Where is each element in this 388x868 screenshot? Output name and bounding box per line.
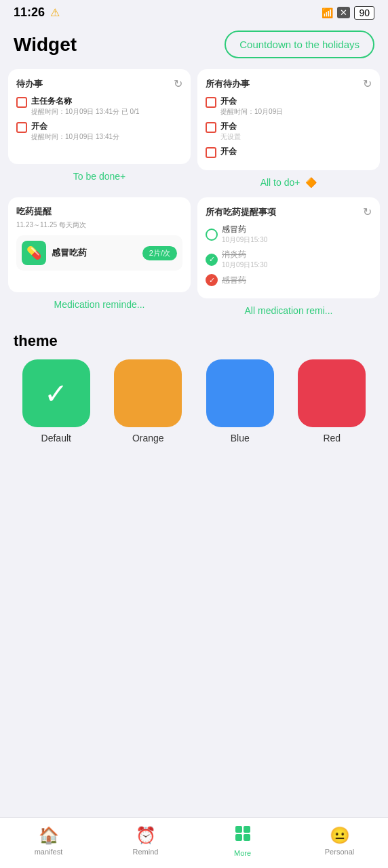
bottom-nav: 🏠 manifest ⏰ Remind More 😐 Personal bbox=[0, 817, 388, 868]
all-med-card-header: 所有吃药提醒事项 ↻ bbox=[206, 205, 372, 218]
todo-name-2: 开会 bbox=[31, 121, 182, 132]
todo-checkbox-2[interactable] bbox=[16, 122, 27, 133]
all-todo-card: 所有待办事 ↻ 开会 提醒时间：10月09日 开会 无设置 bbox=[197, 69, 380, 170]
all-todo-content-1: 开会 提醒时间：10月09日 bbox=[220, 96, 372, 117]
all-med-content-1: 感冒药 10月09日15:30 bbox=[222, 224, 372, 245]
all-todo-name-3: 开会 bbox=[220, 146, 372, 157]
todo-name-1: 主任务名称 bbox=[31, 96, 182, 107]
svg-rect-0 bbox=[235, 826, 242, 833]
all-med-item-3: ✓ 感冒药 bbox=[206, 274, 372, 286]
all-med-item-1: 感冒药 10月09日15:30 bbox=[206, 224, 372, 245]
nav-label-more: More bbox=[234, 849, 251, 857]
med-dose: 2片/次 bbox=[142, 246, 177, 260]
med-icon: 💊 bbox=[22, 241, 46, 265]
all-todo-content-3: 开会 bbox=[220, 146, 372, 157]
all-med-name-3: 感冒药 bbox=[222, 275, 372, 286]
theme-item-blue[interactable]: Blue bbox=[197, 359, 283, 443]
todo-content-2: 开会 提醒时间：10月09日 13:41分 bbox=[31, 121, 182, 142]
nav-item-remind[interactable]: ⏰ Remind bbox=[97, 826, 194, 856]
todo-refresh-icon[interactable]: ↻ bbox=[174, 77, 182, 90]
countdown-button[interactable]: Countdown to the holidays bbox=[225, 31, 374, 58]
svg-rect-3 bbox=[244, 834, 250, 841]
nav-label-manifest: manifest bbox=[35, 848, 63, 856]
check-diamond-icon: 🔶 bbox=[305, 177, 317, 188]
todo-card-header: 待办事 ↻ bbox=[16, 77, 182, 90]
todo-time-2: 提醒时间：10月09日 13:41分 bbox=[31, 132, 182, 142]
more-icon bbox=[234, 825, 252, 846]
theme-swatch-blue bbox=[206, 359, 274, 427]
personal-icon: 😐 bbox=[330, 826, 350, 845]
med-card-title: 吃药提醒 bbox=[16, 205, 182, 218]
theme-label-blue: Blue bbox=[231, 433, 250, 443]
svg-rect-1 bbox=[244, 826, 250, 833]
all-todo-label[interactable]: All to do+ 🔶 bbox=[197, 170, 380, 191]
all-med-name-2: 消炎药 bbox=[222, 249, 372, 260]
todo-content-1: 主任务名称 提醒时间：10月09日 13:41分 已 0/1 bbox=[31, 96, 182, 117]
all-todo-card-header: 所有待办事 ↻ bbox=[206, 77, 372, 90]
theme-check-icon: ✓ bbox=[44, 377, 68, 410]
med-circle-2[interactable]: ✓ bbox=[206, 254, 218, 266]
page-header: Widget Countdown to the holidays bbox=[0, 22, 388, 69]
all-todo-checkbox-2[interactable] bbox=[206, 122, 216, 133]
all-med-card-title: 所有吃药提醒事项 bbox=[206, 206, 276, 218]
todo-label[interactable]: To be done+ bbox=[8, 164, 191, 184]
theme-item-red[interactable]: Red bbox=[290, 359, 375, 443]
all-med-content-2: 消炎药 10月09日15:30 bbox=[222, 249, 372, 270]
page-title: Widget bbox=[14, 34, 77, 56]
all-med-content-3: 感冒药 bbox=[222, 275, 372, 286]
theme-swatch-default: ✓ bbox=[22, 359, 90, 427]
all-med-refresh-icon[interactable]: ↻ bbox=[363, 205, 372, 218]
home-icon: 🏠 bbox=[39, 826, 59, 845]
all-todo-item-1: 开会 提醒时间：10月09日 bbox=[206, 96, 372, 117]
all-med-item-2: ✓ 消炎药 10月09日15:30 bbox=[206, 249, 372, 270]
wifi-icon: 📶 bbox=[322, 7, 333, 18]
svg-rect-2 bbox=[235, 834, 242, 841]
all-todo-item-2: 开会 无设置 bbox=[206, 121, 372, 142]
med-card: 吃药提醒 11.23～11.25 每天两次 💊 感冒吃药 2片/次 bbox=[8, 197, 191, 292]
all-todo-card-title: 所有待办事 bbox=[206, 78, 250, 90]
todo-card-title: 待办事 bbox=[16, 78, 43, 90]
remind-icon: ⏰ bbox=[136, 826, 156, 845]
all-med-card: 所有吃药提醒事项 ↻ 感冒药 10月09日15:30 ✓ 消炎药 1 bbox=[197, 197, 380, 298]
med-schedule: 11.23～11.25 每天两次 bbox=[16, 220, 182, 230]
nav-item-more[interactable]: More bbox=[194, 825, 291, 857]
warning-icon: ⚠ bbox=[50, 6, 60, 19]
all-todo-time-1: 提醒时间：10月09日 bbox=[220, 107, 372, 117]
med-item: 💊 感冒吃药 2片/次 bbox=[16, 235, 182, 271]
theme-grid: ✓ Default Orange Blue Red bbox=[0, 359, 388, 443]
all-todo-checkbox-3[interactable] bbox=[206, 147, 216, 158]
theme-label-default: Default bbox=[41, 433, 71, 443]
all-med-widget-container: 所有吃药提醒事项 ↻ 感冒药 10月09日15:30 ✓ 消炎药 1 bbox=[197, 197, 380, 319]
theme-swatch-orange bbox=[114, 359, 182, 427]
todo-item-2: 开会 提醒时间：10月09日 13:41分 bbox=[16, 121, 182, 142]
med-circle-1[interactable] bbox=[206, 229, 218, 241]
theme-label-orange: Orange bbox=[132, 433, 164, 443]
med-name: 感冒吃药 bbox=[52, 247, 137, 259]
all-todo-name-1: 开会 bbox=[220, 96, 372, 107]
todo-checkbox-1[interactable] bbox=[16, 97, 27, 108]
nav-label-remind: Remind bbox=[133, 848, 159, 856]
status-bar: 11:26 ⚠ 📶 ✕ 90 bbox=[0, 0, 388, 22]
status-icons: 📶 ✕ 90 bbox=[322, 6, 374, 20]
nav-item-personal[interactable]: 😐 Personal bbox=[291, 826, 388, 856]
med-widget-container: 吃药提醒 11.23～11.25 每天两次 💊 感冒吃药 2片/次 Medica… bbox=[8, 197, 191, 319]
all-todo-refresh-icon[interactable]: ↻ bbox=[363, 77, 372, 90]
med-label[interactable]: Medication reminde... bbox=[8, 292, 191, 313]
theme-item-orange[interactable]: Orange bbox=[106, 359, 191, 443]
todo-widget-container: 待办事 ↻ 主任务名称 提醒时间：10月09日 13:41分 已 0/1 开会 … bbox=[8, 69, 191, 191]
all-med-time-1: 10月09日15:30 bbox=[222, 235, 372, 245]
nav-label-personal: Personal bbox=[325, 848, 354, 856]
theme-item-default[interactable]: ✓ Default bbox=[14, 359, 99, 443]
todo-time-1: 提醒时间：10月09日 13:41分 已 0/1 bbox=[31, 107, 182, 117]
med-circle-3[interactable]: ✓ bbox=[206, 274, 218, 286]
battery-indicator: 90 bbox=[354, 6, 374, 20]
all-todo-noloc-2: 无设置 bbox=[220, 132, 372, 142]
all-todo-checkbox-1[interactable] bbox=[206, 97, 216, 108]
nav-item-manifest[interactable]: 🏠 manifest bbox=[0, 826, 97, 856]
todo-item: 主任务名称 提醒时间：10月09日 13:41分 已 0/1 bbox=[16, 96, 182, 117]
all-med-time-2: 10月09日15:30 bbox=[222, 260, 372, 270]
all-med-label[interactable]: All medication remi... bbox=[197, 298, 380, 319]
widget-grid: 待办事 ↻ 主任务名称 提醒时间：10月09日 13:41分 已 0/1 开会 … bbox=[0, 69, 388, 319]
all-med-name-1: 感冒药 bbox=[222, 224, 372, 235]
theme-swatch-red bbox=[298, 359, 366, 427]
